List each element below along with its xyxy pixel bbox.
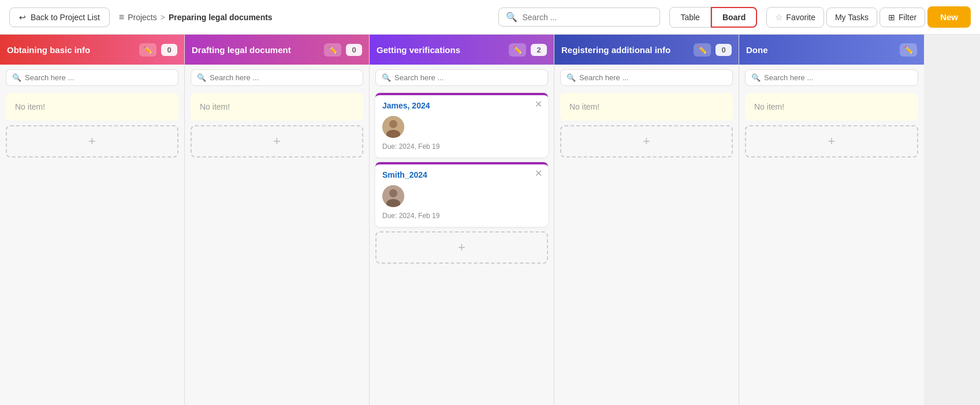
filter-button[interactable]: ⊞ Filter: [880, 7, 925, 27]
favorite-label: Favorite: [786, 13, 815, 22]
board-view-button[interactable]: Board: [711, 7, 757, 28]
add-item-button-4[interactable]: +: [560, 125, 733, 158]
column-body-1: No item! +: [0, 91, 184, 405]
add-item-button-2[interactable]: +: [191, 125, 363, 158]
column-body-3: ✕ James, 2024 Due: 2024, Feb 19 ✕ Smith_…: [370, 91, 554, 405]
column-search-input-5[interactable]: [764, 73, 912, 82]
column-search-1[interactable]: 🔍: [6, 69, 178, 86]
close-card-james-button[interactable]: ✕: [535, 100, 542, 109]
no-item-4: No item!: [560, 93, 733, 121]
no-item-1: No item!: [6, 93, 178, 121]
column-header-5: Done ✏️: [739, 35, 924, 65]
column-drafting-legal-document: Drafting legal document ✏️ 0 🔍 No item! …: [185, 35, 370, 405]
card-due-smith: Due: 2024, Feb 19: [382, 212, 541, 220]
task-card-smith-2024: ✕ Smith_2024 Due: 2024, Feb 19: [375, 162, 548, 227]
add-item-button-3[interactable]: +: [375, 231, 548, 264]
avatar-smith: [382, 185, 404, 207]
column-edit-button-3[interactable]: ✏️: [509, 43, 526, 57]
card-due-james: Due: 2024, Feb 19: [382, 142, 541, 151]
avatar-james: [382, 116, 404, 138]
column-count-2: 0: [346, 44, 362, 56]
view-toggle: Table Board: [669, 7, 757, 28]
my-tasks-button[interactable]: My Tasks: [826, 7, 877, 27]
search-icon-1: 🔍: [12, 73, 21, 82]
column-edit-button-1[interactable]: ✏️: [139, 43, 156, 57]
filter-icon: ⊞: [888, 13, 895, 22]
column-search-input-1[interactable]: [25, 73, 172, 82]
task-card-james-2024: ✕ James, 2024 Due: 2024, Feb 19: [375, 93, 548, 158]
column-search-input-2[interactable]: [210, 73, 357, 82]
header-actions: ☆ Favorite My Tasks ⊞ Filter New: [766, 6, 971, 28]
no-item-2: No item!: [191, 93, 363, 121]
add-item-button-5[interactable]: +: [745, 125, 918, 158]
column-body-5: No item! +: [739, 91, 924, 405]
global-search[interactable]: 🔍: [498, 7, 660, 27]
my-tasks-label: My Tasks: [835, 13, 869, 22]
column-search-input-4[interactable]: [579, 73, 726, 82]
column-search-5[interactable]: 🔍: [745, 69, 918, 86]
column-registering-additional-info: Registering additional info ✏️ 0 🔍 No it…: [554, 35, 739, 405]
column-search-input-3[interactable]: [394, 73, 542, 82]
column-search-2[interactable]: 🔍: [191, 69, 363, 86]
card-title-james[interactable]: James, 2024: [382, 101, 541, 110]
search-icon-3: 🔍: [382, 73, 391, 82]
new-button[interactable]: New: [927, 6, 971, 28]
star-icon: ☆: [775, 12, 782, 22]
column-obtaining-basic-info: Obtaining basic info ✏️ 0 🔍 No item! +: [0, 35, 185, 405]
column-body-4: No item! +: [554, 91, 739, 405]
column-getting-verifications: Getting verifications ✏️ 2 🔍 ✕ James, 20…: [370, 35, 554, 405]
search-icon-4: 🔍: [567, 73, 576, 82]
card-title-smith[interactable]: Smith_2024: [382, 170, 541, 179]
breadcrumb-current: Preparing legal documents: [169, 13, 273, 22]
column-title-3: Getting verifications: [377, 45, 504, 55]
board-container: Obtaining basic info ✏️ 0 🔍 No item! + D…: [0, 35, 980, 405]
search-icon-5: 🔍: [751, 73, 761, 82]
back-button-label: Back to Project List: [31, 13, 100, 22]
column-title-2: Drafting legal document: [192, 45, 319, 55]
search-input[interactable]: [522, 13, 653, 22]
search-icon: 🔍: [506, 12, 517, 22]
filter-label: Filter: [899, 13, 916, 22]
search-icon-2: 🔍: [197, 73, 206, 82]
breadcrumb-separator: >: [161, 13, 165, 22]
column-header-2: Drafting legal document ✏️ 0: [185, 35, 369, 65]
column-edit-button-5[interactable]: ✏️: [900, 43, 917, 57]
column-edit-button-4[interactable]: ✏️: [694, 43, 711, 57]
column-done: Done ✏️ 🔍 No item! +: [739, 35, 924, 405]
column-header-3: Getting verifications ✏️ 2: [370, 35, 554, 65]
column-count-4: 0: [716, 44, 732, 56]
menu-icon: ≡: [119, 12, 124, 22]
app-header: ↩ Back to Project List ≡ Projects > Prep…: [0, 0, 980, 35]
column-body-2: No item! +: [185, 91, 369, 405]
table-view-button[interactable]: Table: [669, 7, 710, 28]
column-search-3[interactable]: 🔍: [375, 69, 548, 86]
column-title-1: Obtaining basic info: [7, 45, 135, 55]
column-header-1: Obtaining basic info ✏️ 0: [0, 35, 184, 65]
column-count-3: 2: [531, 44, 547, 56]
column-search-4[interactable]: 🔍: [560, 69, 733, 86]
favorite-button[interactable]: ☆ Favorite: [766, 7, 824, 28]
column-edit-button-2[interactable]: ✏️: [324, 43, 341, 57]
breadcrumb-root[interactable]: Projects: [128, 13, 157, 22]
svg-point-4: [389, 189, 397, 197]
add-item-button-1[interactable]: +: [6, 125, 178, 158]
column-title-4: Registering additional info: [561, 45, 689, 55]
breadcrumb: ≡ Projects > Preparing legal documents: [119, 12, 490, 22]
column-title-5: Done: [746, 45, 895, 55]
svg-point-1: [389, 120, 397, 128]
back-to-project-button[interactable]: ↩ Back to Project List: [9, 7, 110, 27]
close-card-smith-button[interactable]: ✕: [535, 169, 542, 178]
back-arrow-icon: ↩: [19, 13, 26, 22]
no-item-5: No item!: [745, 93, 918, 121]
column-header-4: Registering additional info ✏️ 0: [554, 35, 739, 65]
column-count-1: 0: [161, 44, 177, 56]
